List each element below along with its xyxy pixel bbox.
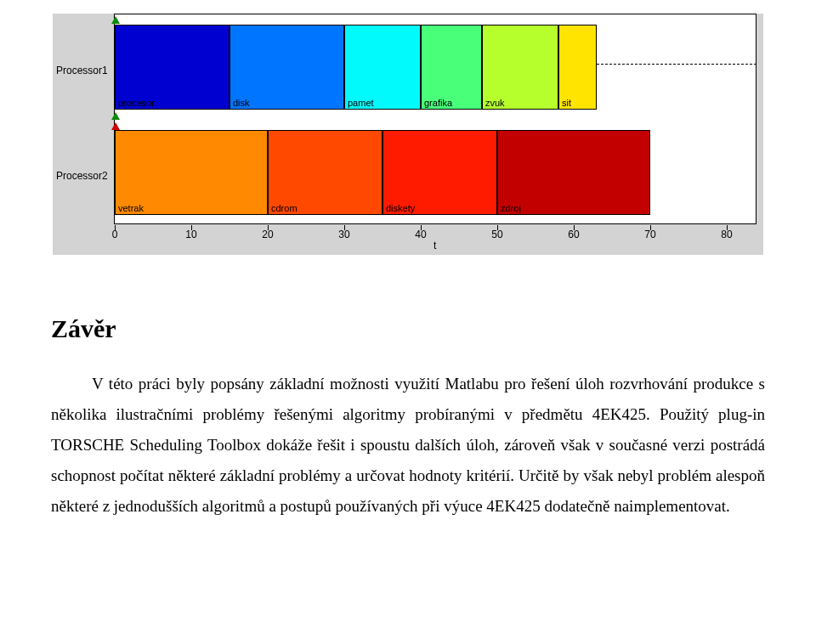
row-label-1: Processor1 (56, 65, 108, 76)
x-tick-label: 40 (415, 229, 426, 240)
x-tick-label: 20 (262, 229, 273, 240)
gantt-bar (115, 130, 268, 215)
x-tick-label: 60 (568, 229, 579, 240)
row-label-2: Processor2 (56, 170, 108, 182)
start-marker-icon (111, 16, 120, 24)
gantt-bar (497, 130, 650, 215)
x-axis-label: t (434, 240, 436, 251)
gantt-bar-label: zdroj (501, 203, 521, 213)
gantt-bar-label: vetrak (118, 203, 144, 213)
gantt-bar (482, 25, 558, 110)
gantt-bar-label: cdrom (271, 203, 298, 213)
gantt-bar (558, 25, 597, 110)
gantt-bar-label: pamet (348, 98, 374, 108)
paragraph: V této práci byly popsány základní možno… (51, 369, 765, 522)
heading: Závěr (51, 314, 765, 343)
gantt-bar (115, 25, 230, 110)
gantt-bar-label: diskety (386, 203, 415, 213)
x-tick-label: 70 (644, 229, 655, 240)
x-tick-label: 80 (721, 229, 732, 240)
plot-area: procesordiskpametgrafikazvuksit vetrakcd… (114, 14, 756, 224)
x-tick-label: 0 (112, 229, 118, 240)
gantt-bar (268, 130, 382, 215)
document-text: Závěr V této práci byly popsány základní… (0, 314, 816, 522)
deadline-line (597, 64, 756, 65)
gantt-bar (421, 25, 482, 110)
x-tick-label: 50 (491, 229, 502, 240)
gantt-bar (230, 25, 344, 110)
gantt-chart: procesordiskpametgrafikazvuksit vetrakcd… (53, 14, 763, 255)
gantt-bar (382, 130, 497, 215)
gantt-bar-label: grafika (424, 98, 452, 108)
start-marker-icon (111, 122, 120, 130)
gantt-bar-label: procesor (118, 98, 155, 108)
x-tick-label: 30 (338, 229, 349, 240)
x-tick-label: 10 (185, 229, 196, 240)
gantt-bar (344, 25, 421, 110)
gantt-bar-label: disk (233, 98, 250, 108)
start-marker-icon (111, 112, 120, 120)
gantt-bar-label: zvuk (485, 98, 505, 108)
gantt-bar-label: sit (562, 98, 571, 108)
